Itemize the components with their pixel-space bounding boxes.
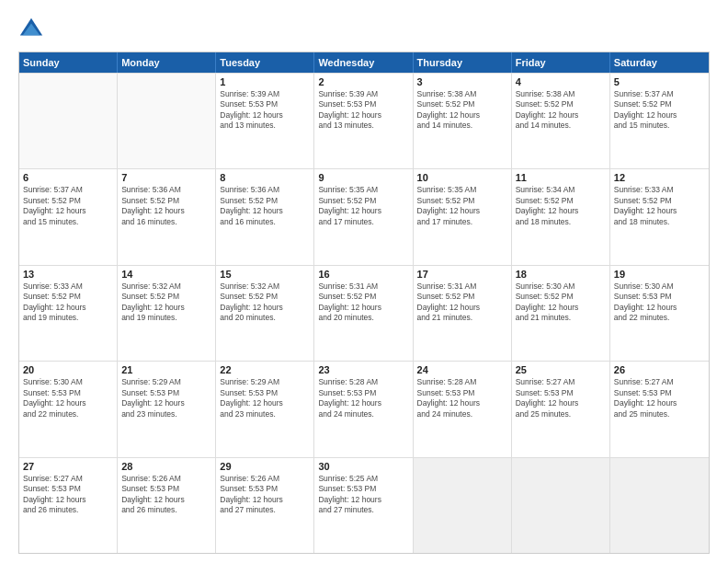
cell-info-line: and 26 minutes. (23, 505, 113, 515)
calendar-cell-30: 30Sunrise: 5:25 AMSunset: 5:53 PMDayligh… (314, 458, 413, 553)
header-day-wednesday: Wednesday (314, 52, 413, 73)
cell-info-line: Sunrise: 5:26 AM (121, 474, 211, 484)
cell-info-line: Sunset: 5:52 PM (614, 99, 705, 109)
day-number: 27 (23, 461, 113, 472)
day-number: 10 (417, 172, 507, 183)
header-day-friday: Friday (512, 52, 610, 73)
day-number: 5 (614, 76, 705, 87)
calendar-cell-1: 1Sunrise: 5:39 AMSunset: 5:53 PMDaylight… (216, 74, 314, 168)
cell-info-line: and 16 minutes. (220, 217, 310, 227)
day-number: 18 (516, 269, 606, 280)
cell-info-line: and 24 minutes. (417, 409, 507, 419)
cell-info-line: Daylight: 12 hours (516, 398, 606, 408)
cell-info-line: Sunrise: 5:31 AM (318, 282, 408, 292)
calendar-cell-2: 2Sunrise: 5:39 AMSunset: 5:53 PMDaylight… (314, 74, 413, 168)
cell-info-line: Daylight: 12 hours (220, 495, 310, 505)
calendar-cell-6: 6Sunrise: 5:37 AMSunset: 5:52 PMDaylight… (19, 169, 118, 264)
cell-info-line: Daylight: 12 hours (220, 110, 310, 121)
day-number: 4 (516, 76, 606, 87)
calendar-row-4: 20Sunrise: 5:30 AMSunset: 5:53 PMDayligh… (19, 361, 709, 456)
cell-info-line: and 19 minutes. (23, 313, 113, 323)
cell-info-line: Daylight: 12 hours (220, 398, 310, 408)
cell-info-line: Daylight: 12 hours (318, 495, 408, 505)
calendar-cell-21: 21Sunrise: 5:29 AMSunset: 5:53 PMDayligh… (118, 362, 216, 456)
cell-info-line: and 16 minutes. (121, 217, 211, 227)
day-number: 12 (614, 172, 705, 183)
calendar-cell-4: 4Sunrise: 5:38 AMSunset: 5:52 PMDaylight… (512, 74, 610, 168)
cell-info-line: Sunset: 5:53 PM (318, 484, 408, 494)
calendar-cell-empty-5 (512, 458, 610, 553)
day-number: 26 (614, 364, 705, 375)
cell-info-line: and 13 minutes. (318, 121, 408, 131)
calendar-cell-empty-4 (414, 458, 512, 553)
cell-info-line: Daylight: 12 hours (614, 110, 705, 121)
cell-info-line: Sunset: 5:52 PM (220, 196, 310, 206)
header-day-thursday: Thursday (414, 52, 512, 73)
cell-info-line: Sunset: 5:53 PM (220, 99, 310, 109)
cell-info-line: Daylight: 12 hours (318, 398, 408, 408)
cell-info-line: Sunrise: 5:39 AM (220, 89, 310, 99)
day-number: 16 (318, 269, 408, 280)
calendar-cell-17: 17Sunrise: 5:31 AMSunset: 5:52 PMDayligh… (414, 266, 512, 361)
cell-info-line: Sunset: 5:53 PM (23, 484, 113, 494)
day-number: 8 (220, 172, 310, 183)
cell-info-line: and 24 minutes. (318, 409, 408, 419)
day-number: 30 (318, 461, 408, 472)
cell-info-line: Daylight: 12 hours (516, 206, 606, 216)
cell-info-line: and 27 minutes. (318, 505, 408, 515)
cell-info-line: and 17 minutes. (417, 217, 507, 227)
cell-info-line: Sunrise: 5:25 AM (318, 474, 408, 484)
cell-info-line: Sunrise: 5:30 AM (23, 377, 113, 387)
cell-info-line: Sunrise: 5:28 AM (318, 377, 408, 387)
calendar-cell-18: 18Sunrise: 5:30 AMSunset: 5:52 PMDayligh… (512, 266, 610, 361)
calendar-cell-empty-0 (19, 74, 118, 168)
cell-info-line: and 15 minutes. (614, 121, 705, 131)
day-number: 14 (121, 269, 211, 280)
calendar-cell-23: 23Sunrise: 5:28 AMSunset: 5:53 PMDayligh… (314, 362, 413, 456)
day-number: 28 (121, 461, 211, 472)
cell-info-line: Sunset: 5:52 PM (417, 196, 507, 206)
page: SundayMondayTuesdayWednesdayThursdayFrid… (0, 0, 728, 563)
cell-info-line: Daylight: 12 hours (614, 398, 705, 408)
cell-info-line: Daylight: 12 hours (220, 303, 310, 313)
calendar-cell-26: 26Sunrise: 5:27 AMSunset: 5:53 PMDayligh… (610, 362, 709, 456)
calendar-row-2: 6Sunrise: 5:37 AMSunset: 5:52 PMDaylight… (19, 168, 709, 264)
day-number: 13 (23, 269, 113, 280)
cell-info-line: and 15 minutes. (23, 217, 113, 227)
cell-info-line: Sunset: 5:52 PM (318, 292, 408, 302)
cell-info-line: Sunrise: 5:33 AM (23, 282, 113, 292)
cell-info-line: Sunset: 5:52 PM (417, 292, 507, 302)
cell-info-line: Sunrise: 5:37 AM (23, 185, 113, 195)
cell-info-line: Daylight: 12 hours (417, 303, 507, 313)
cell-info-line: Sunset: 5:52 PM (516, 196, 606, 206)
cell-info-line: Sunset: 5:52 PM (516, 292, 606, 302)
calendar-cell-15: 15Sunrise: 5:32 AMSunset: 5:52 PMDayligh… (216, 266, 314, 361)
calendar-row-5: 27Sunrise: 5:27 AMSunset: 5:53 PMDayligh… (19, 457, 709, 553)
calendar-cell-20: 20Sunrise: 5:30 AMSunset: 5:53 PMDayligh… (19, 362, 118, 456)
cell-info-line: and 25 minutes. (614, 409, 705, 419)
cell-info-line: Daylight: 12 hours (417, 206, 507, 216)
cell-info-line: Sunrise: 5:32 AM (220, 282, 310, 292)
cell-info-line: Sunset: 5:53 PM (614, 388, 705, 398)
cell-info-line: Daylight: 12 hours (121, 303, 211, 313)
day-number: 1 (220, 76, 310, 87)
cell-info-line: Daylight: 12 hours (614, 303, 705, 313)
cell-info-line: and 14 minutes. (516, 121, 606, 131)
calendar-row-1: 1Sunrise: 5:39 AMSunset: 5:53 PMDaylight… (19, 73, 709, 168)
cell-info-line: Daylight: 12 hours (614, 206, 705, 216)
logo-icon (18, 17, 44, 42)
cell-info-line: Sunrise: 5:29 AM (121, 377, 211, 387)
cell-info-line: Sunset: 5:53 PM (121, 484, 211, 494)
cell-info-line: Sunset: 5:53 PM (516, 388, 606, 398)
cell-info-line: Sunset: 5:53 PM (121, 388, 211, 398)
cell-info-line: and 26 minutes. (121, 505, 211, 515)
cell-info-line: Sunrise: 5:26 AM (220, 474, 310, 484)
cell-info-line: and 18 minutes. (516, 217, 606, 227)
day-number: 17 (417, 269, 507, 280)
day-number: 19 (614, 269, 705, 280)
cell-info-line: and 13 minutes. (220, 121, 310, 131)
day-number: 11 (516, 172, 606, 183)
day-number: 21 (121, 364, 211, 375)
cell-info-line: and 14 minutes. (417, 121, 507, 131)
cell-info-line: Daylight: 12 hours (516, 303, 606, 313)
